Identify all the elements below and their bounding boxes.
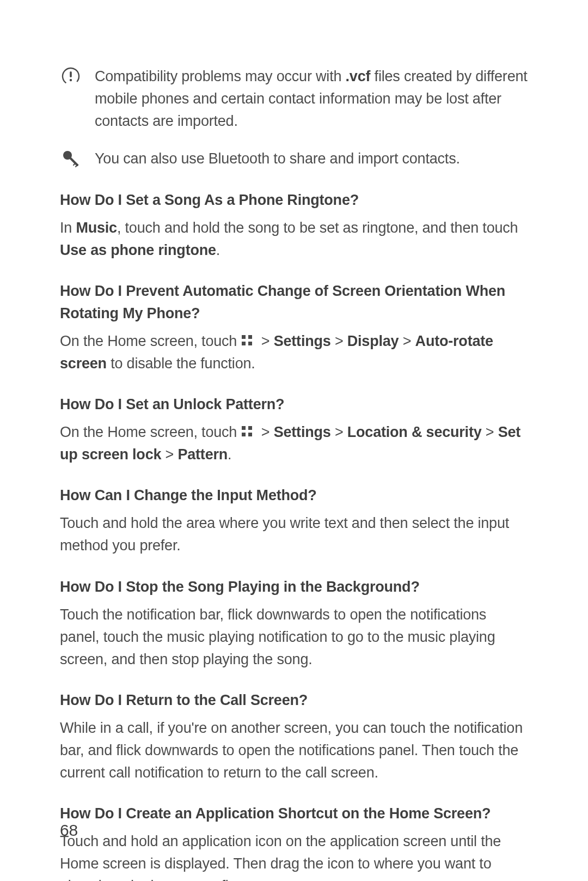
text: to disable the function. [107, 355, 255, 372]
q2-title: How Do I Prevent Automatic Change of Scr… [60, 280, 528, 325]
svg-rect-9 [242, 342, 246, 345]
svg-point-2 [70, 79, 72, 81]
q4-title: How Can I Change the Input Method? [60, 484, 528, 507]
svg-rect-11 [242, 426, 246, 430]
text: On the Home screen, touch [60, 333, 241, 349]
q1-body: In Music, touch and hold the song to be … [60, 217, 528, 262]
q6-title: How Do I Return to the Call Screen? [60, 689, 528, 712]
svg-line-5 [74, 163, 76, 165]
q4-body: Touch and hold the area where you write … [60, 512, 528, 557]
text: Compatibility problems may occur with [95, 68, 346, 84]
text: In [60, 220, 76, 236]
svg-rect-7 [242, 335, 246, 339]
display-bold: Display [347, 333, 399, 349]
warning-icon [60, 65, 82, 88]
text: > [161, 446, 177, 463]
q7-title: How Do I Create an Application Shortcut … [60, 803, 528, 825]
music-bold: Music [76, 220, 117, 236]
q3-body: On the Home screen, touch > Settings > L… [60, 421, 528, 466]
vcf-bold: .vcf [346, 68, 371, 84]
q5-title: How Do I Stop the Song Playing in the Ba… [60, 576, 528, 598]
warning-note: Compatibility problems may occur with .v… [60, 65, 528, 132]
q3-title: How Do I Set an Unlock Pattern? [60, 393, 528, 416]
use-as-ringtone-bold: Use as phone ringtone [60, 242, 216, 258]
apps-grid-icon [241, 423, 257, 438]
svg-rect-14 [248, 433, 252, 436]
text: > [399, 333, 415, 349]
location-security-bold: Location & security [347, 424, 482, 440]
text: > [261, 333, 274, 349]
svg-rect-10 [248, 342, 252, 345]
text: > [261, 424, 274, 440]
tip-note: You can also use Bluetooth to share and … [60, 148, 528, 171]
settings-bold: Settings [274, 333, 331, 349]
svg-rect-13 [242, 433, 246, 436]
text: . [228, 446, 231, 463]
apps-grid-icon [241, 332, 257, 347]
search-tip-icon [60, 148, 82, 171]
tip-text: You can also use Bluetooth to share and … [95, 148, 528, 171]
text: > [331, 333, 347, 349]
svg-rect-1 [70, 71, 72, 77]
text: > [482, 424, 498, 440]
text: , touch and hold the song to be set as r… [117, 220, 518, 236]
manual-page: Compatibility problems may occur with .v… [0, 0, 588, 881]
page-number: 68 [60, 818, 78, 843]
q2-body: On the Home screen, touch > Settings > D… [60, 330, 528, 375]
settings-bold: Settings [274, 424, 331, 440]
q7-body: Touch and hold an application icon on th… [60, 830, 528, 881]
warning-text: Compatibility problems may occur with .v… [95, 65, 528, 132]
q1-title: How Do I Set a Song As a Phone Ringtone? [60, 189, 528, 211]
q5-body: Touch the notification bar, flick downwa… [60, 604, 528, 671]
text: > [331, 424, 347, 440]
text: On the Home screen, touch [60, 424, 241, 440]
pattern-bold: Pattern [177, 446, 228, 463]
text: . [216, 242, 220, 258]
q6-body: While in a call, if you're on another sc… [60, 717, 528, 784]
svg-rect-12 [248, 426, 252, 430]
svg-rect-8 [248, 335, 252, 339]
